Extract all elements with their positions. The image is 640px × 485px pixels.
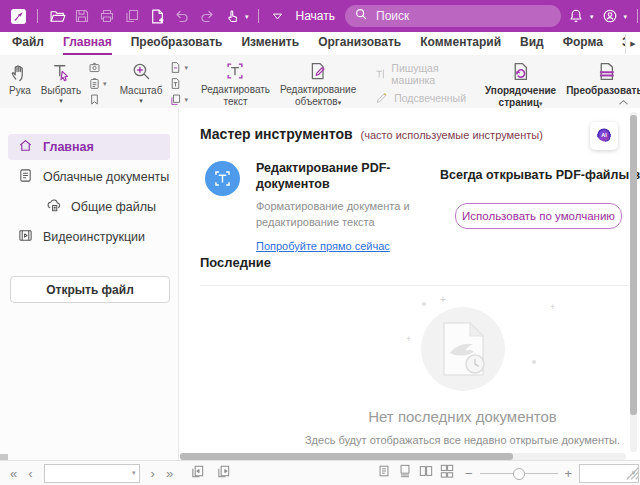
sidebar-item-cloud-documents[interactable]: Облачные документы ▾ xyxy=(8,164,170,190)
edit-pdf-tool-icon xyxy=(205,161,240,196)
default-app-prompt: Всегда открывать PDF-файлы в PDF Editor xyxy=(440,165,640,183)
next-page-button[interactable]: › xyxy=(151,467,155,480)
page-title: Мастер инструментов xyxy=(200,126,353,142)
edit-text-label: Редактировать текст xyxy=(201,84,270,108)
single-page-view-icon[interactable] xyxy=(377,464,391,482)
menu-organize[interactable]: Организовать xyxy=(318,35,401,55)
zoom-level-input[interactable] xyxy=(583,466,631,480)
recent-divider xyxy=(200,285,628,286)
select-caret-icon: ▾ xyxy=(59,97,63,105)
titlebar: ▾ Начать ▾ ▾ xyxy=(0,0,640,32)
page-number-caret-icon: ▾ xyxy=(132,469,136,477)
search-icon xyxy=(354,7,368,25)
page-subtitle: (часто используемые инструменты) xyxy=(361,129,543,141)
last-page-button[interactable]: » xyxy=(166,467,173,480)
next-view-icon[interactable] xyxy=(216,464,231,483)
notifications-bell-icon[interactable] xyxy=(566,6,586,26)
organize-pages-button[interactable]: Упорядочение страниц▾ xyxy=(480,57,561,110)
typewriter-button[interactable]: Пишущая машинка xyxy=(375,62,466,86)
search-input[interactable] xyxy=(374,8,552,24)
titlebar-separator xyxy=(37,9,38,23)
titlebar-separator xyxy=(258,9,259,23)
insert-page-icon[interactable]: ▾ xyxy=(169,61,188,74)
menu-edit[interactable]: Изменить xyxy=(241,35,299,55)
open-file-button[interactable]: Открыть файл xyxy=(10,276,170,303)
start-tab-label[interactable]: Начать xyxy=(296,9,336,23)
search-box[interactable] xyxy=(345,5,561,27)
highlight-label: Подсвеченный xyxy=(394,92,466,104)
touch-mode-caret-icon[interactable]: ▾ xyxy=(245,13,249,20)
notifications-caret-icon[interactable]: ▾ xyxy=(590,13,594,20)
undo-icon[interactable] xyxy=(172,6,192,26)
menu-file[interactable]: Файл xyxy=(12,35,44,55)
hand-tool-button[interactable]: Рука xyxy=(4,57,36,110)
sparkle-icon: + xyxy=(440,295,446,305)
titlebar-separator xyxy=(637,9,638,23)
save-icon[interactable] xyxy=(72,6,92,26)
duplicate-pages-icon[interactable]: ▾ xyxy=(169,93,188,106)
default-app-text: Всегда открывать PDF-файлы в PDF Editor xyxy=(440,168,640,182)
account-icon[interactable] xyxy=(600,6,620,26)
touch-mode-icon[interactable] xyxy=(222,6,242,26)
menu-form[interactable]: Форма xyxy=(563,35,603,55)
bookmark-icon[interactable] xyxy=(88,93,107,106)
add-text-page-icon[interactable] xyxy=(169,77,188,90)
highlight-button[interactable]: Подсвеченный xyxy=(375,91,466,105)
continuous-view-icon[interactable] xyxy=(398,464,412,482)
open-file-icon[interactable] xyxy=(47,6,67,26)
clipboard-icon[interactable]: ▾ xyxy=(88,77,107,90)
recent-section-title: Последние xyxy=(200,255,271,270)
account-caret-icon[interactable]: ▾ xyxy=(624,13,628,20)
ribbon-toolbar: Рука Выбрать ▾ ▾ Масштаб xyxy=(0,55,640,113)
previous-page-button[interactable]: ‹ xyxy=(28,467,32,480)
ai-assistant-button[interactable]: AI xyxy=(590,122,618,150)
menu-home[interactable]: Главная xyxy=(63,35,112,55)
menu-convert[interactable]: Преобразовать xyxy=(131,35,223,55)
page-number-combobox[interactable]: ▾ xyxy=(44,464,140,483)
print-icon[interactable] xyxy=(97,6,117,26)
first-page-button[interactable]: « xyxy=(10,467,17,480)
redo-icon[interactable] xyxy=(197,6,217,26)
edit-text-button[interactable]: Редактировать текст xyxy=(196,57,275,110)
create-pdf-icon[interactable] xyxy=(147,6,167,26)
menu-comment[interactable]: Комментарий xyxy=(420,35,501,55)
window-resize-grip[interactable] xyxy=(626,466,639,484)
sidebar-item-shared-files[interactable]: Общие файлы xyxy=(8,194,170,220)
zoom-tool-button[interactable]: Масштаб ▾ xyxy=(115,57,168,110)
zoom-in-button[interactable]: + xyxy=(565,467,573,480)
set-default-button[interactable]: Использовать по умолчанию xyxy=(455,203,622,229)
sidebar-item-label: Облачные документы xyxy=(43,170,169,184)
hand-tool-label: Рука xyxy=(9,85,31,97)
facing-view-icon[interactable] xyxy=(419,464,433,482)
page-number-input[interactable] xyxy=(48,466,132,480)
empty-state-title: Нет последних документов xyxy=(232,408,640,425)
vertical-scrollbar[interactable] xyxy=(630,112,637,452)
previous-view-icon[interactable] xyxy=(190,464,205,483)
select-tool-button[interactable]: Выбрать ▾ xyxy=(36,57,86,110)
shared-files-icon xyxy=(46,198,61,216)
facing-continuous-view-icon[interactable] xyxy=(440,464,454,482)
quick-access-chevron-icon[interactable] xyxy=(268,6,288,26)
select-text-icon xyxy=(51,61,71,82)
menu-overflow-arrow-icon[interactable]: ▶ xyxy=(625,34,640,54)
edit-pdf-tool-card[interactable]: Редактирование PDF-документов Форматиров… xyxy=(205,161,436,254)
menu-view[interactable]: Вид xyxy=(520,35,544,55)
zoom-out-button[interactable]: − xyxy=(465,467,473,480)
export-pdf-icon[interactable] xyxy=(122,6,142,26)
horizontal-scrollbar[interactable] xyxy=(180,453,626,460)
zoom-slider-knob[interactable] xyxy=(513,468,525,480)
tool-wizard-header: Мастер инструментов (часто используемые … xyxy=(200,126,543,142)
edit-objects-button[interactable]: Редактирование объектов▾ xyxy=(275,57,361,110)
sidebar-item-video-tutorials[interactable]: Видеоинструкции xyxy=(8,224,170,250)
try-now-link[interactable]: Попробуйте прямо сейчас xyxy=(256,240,390,252)
zoom-tool-label: Масштаб xyxy=(120,85,163,97)
horizontal-scrollbar-thumb[interactable] xyxy=(180,453,513,460)
vertical-scrollbar-thumb[interactable] xyxy=(630,115,637,415)
snapshot-icon[interactable] xyxy=(88,61,107,74)
collapse-ribbon-icon[interactable] xyxy=(616,96,630,108)
zoom-slider[interactable] xyxy=(480,468,558,478)
sparkle-dot-icon xyxy=(532,360,536,364)
page-navigation: « ‹ ▾ › » xyxy=(10,461,231,485)
sparkle-icon: + xyxy=(406,335,411,344)
sidebar-item-home[interactable]: Главная xyxy=(8,134,170,160)
